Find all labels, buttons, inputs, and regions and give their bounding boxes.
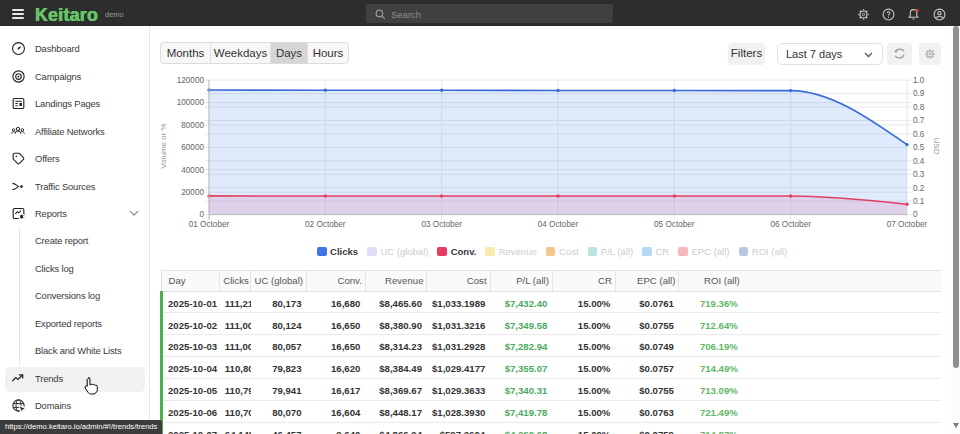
- svg-text:Volume or %: Volume or %: [159, 123, 168, 168]
- svg-text:06 October: 06 October: [770, 220, 811, 229]
- svg-text:0.4: 0.4: [913, 157, 925, 166]
- svg-text:07 October: 07 October: [887, 220, 928, 229]
- svg-text:01 October: 01 October: [189, 220, 230, 229]
- svg-text:20000: 20000: [181, 188, 204, 197]
- svg-text:0: 0: [199, 210, 204, 219]
- svg-text:0.7: 0.7: [913, 116, 925, 125]
- svg-text:04 October: 04 October: [538, 220, 579, 229]
- svg-text:0.6: 0.6: [913, 130, 925, 139]
- svg-text:40000: 40000: [181, 166, 204, 175]
- svg-text:0.5: 0.5: [913, 143, 925, 152]
- svg-text:0.9: 0.9: [913, 89, 925, 98]
- svg-text:0.1: 0.1: [913, 197, 925, 206]
- svg-text:60000: 60000: [181, 143, 204, 152]
- svg-text:0.2: 0.2: [913, 184, 925, 193]
- svg-text:USD: USD: [932, 138, 941, 155]
- svg-text:02 October: 02 October: [305, 220, 346, 229]
- svg-text:03 October: 03 October: [421, 220, 462, 229]
- svg-text:120000: 120000: [177, 76, 205, 85]
- svg-text:1.0: 1.0: [913, 76, 925, 85]
- svg-text:05 October: 05 October: [654, 220, 695, 229]
- svg-text:0.8: 0.8: [913, 103, 925, 112]
- svg-text:80000: 80000: [181, 121, 204, 130]
- svg-text:0.3: 0.3: [913, 170, 925, 179]
- svg-text:0: 0: [913, 210, 918, 219]
- svg-text:100000: 100000: [177, 98, 205, 107]
